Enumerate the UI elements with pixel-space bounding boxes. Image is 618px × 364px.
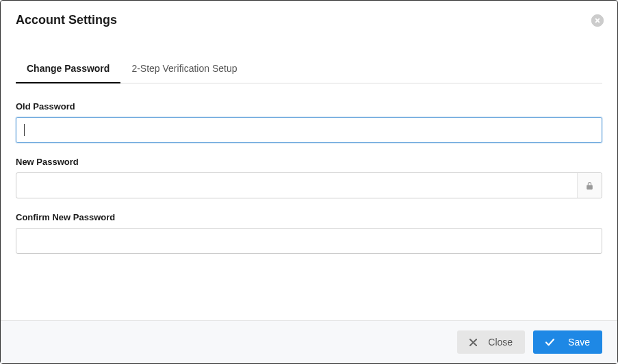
x-icon: [469, 339, 477, 346]
save-button-label: Save: [568, 337, 590, 348]
old-password-group: Old Password: [16, 101, 602, 143]
confirm-password-label: Confirm New Password: [16, 212, 602, 222]
close-button-label: Close: [488, 337, 513, 348]
modal-title: Account Settings: [16, 13, 602, 27]
old-password-label: Old Password: [16, 101, 602, 112]
tabs: Change Password 2-Step Verification Setu…: [16, 55, 602, 83]
modal-body: Change Password 2-Step Verification Setu…: [1, 34, 617, 320]
old-password-wrap: [16, 117, 602, 143]
save-button[interactable]: Save: [533, 330, 602, 354]
text-cursor: [24, 124, 25, 136]
old-password-input[interactable]: [16, 117, 602, 143]
new-password-input[interactable]: [16, 172, 602, 198]
tab-change-password[interactable]: Change Password: [16, 55, 120, 83]
modal-header: Account Settings: [1, 1, 617, 34]
check-icon: [545, 339, 554, 346]
confirm-password-input[interactable]: [16, 228, 602, 254]
close-icon[interactable]: [591, 14, 604, 27]
close-button[interactable]: Close: [457, 330, 525, 354]
account-settings-modal: Account Settings Change Password 2-Step …: [0, 0, 618, 364]
lock-icon: [577, 173, 602, 198]
modal-footer: Close Save: [1, 320, 617, 363]
confirm-password-group: Confirm New Password: [16, 212, 602, 254]
confirm-password-wrap: [16, 228, 602, 254]
tab-2step-verification[interactable]: 2-Step Verification Setup: [120, 55, 248, 83]
new-password-label: New Password: [16, 157, 602, 167]
new-password-wrap: [16, 172, 602, 198]
new-password-group: New Password: [16, 157, 602, 198]
